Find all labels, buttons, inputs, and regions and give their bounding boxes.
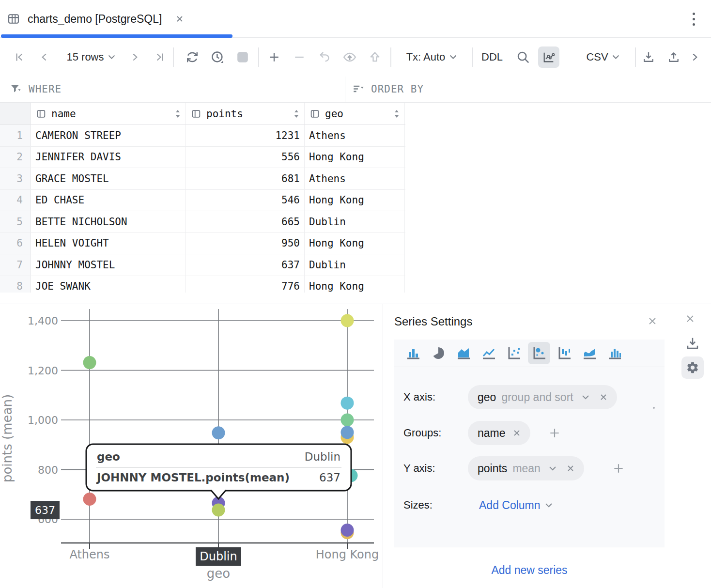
delete-row-button[interactable] (293, 50, 306, 64)
revert-changes-icon[interactable] (318, 50, 331, 64)
cell-name[interactable]: HELEN VOIGHT (31, 233, 186, 254)
page-size-selector[interactable]: 15 rows (66, 51, 115, 63)
column-header-name[interactable]: name (31, 103, 186, 124)
cell-geo[interactable]: Hong Kong (305, 190, 405, 211)
submit-changes-icon[interactable] (368, 50, 382, 64)
scatter-point[interactable] (341, 414, 354, 427)
import-data-icon[interactable] (667, 50, 680, 64)
cell-name[interactable]: GRACE MOSTEL (31, 168, 186, 189)
close-chart-panel-icon[interactable] (684, 312, 696, 325)
table-row[interactable]: 5BETTE NICHOLSON665Dublin (0, 211, 405, 233)
remove-column-icon[interactable] (513, 429, 521, 437)
cell-geo[interactable]: Athens (305, 168, 405, 189)
cell-geo[interactable]: Athens (305, 125, 405, 146)
cell-name[interactable]: BETTE NICHOLSON (31, 211, 186, 232)
search-icon[interactable] (516, 50, 530, 64)
close-series-settings-icon[interactable] (646, 315, 659, 327)
sort-toggle-icon[interactable] (294, 109, 299, 118)
order-by-field[interactable]: ORDER BY (352, 76, 424, 103)
cell-geo[interactable]: Hong Kong (305, 147, 405, 168)
x-axis-column-pill[interactable]: geo group and sort (468, 385, 617, 409)
column-header-points[interactable]: points (186, 103, 305, 124)
cell-name[interactable]: JENNIFER DAVIS (31, 147, 186, 168)
more-toolbar-actions-icon[interactable] (688, 51, 701, 63)
scatter-point[interactable] (341, 426, 354, 439)
next-page-button[interactable] (128, 51, 141, 63)
transaction-mode-selector[interactable]: Tx: Auto (406, 51, 457, 63)
cell-geo[interactable]: Dublin (305, 254, 405, 276)
chart-type-pie-chart[interactable] (431, 346, 446, 360)
cell-name[interactable]: ED CHASE (31, 190, 186, 211)
chart-view-toggle[interactable] (538, 46, 559, 68)
table-row[interactable]: 7JOHNNY MOSTEL637Dublin (0, 254, 405, 276)
chart-type-strip (394, 340, 665, 367)
scatter-point[interactable] (341, 314, 354, 327)
table-row[interactable]: 3GRACE MOSTEL681Athens (0, 168, 405, 190)
cell-name[interactable]: CAMERON STREEP (31, 125, 186, 146)
cell-points[interactable]: 776 (186, 276, 305, 293)
chart-canvas[interactable]: 6008001,0001,2001,400points (mean)637Ath… (0, 305, 383, 588)
groups-column-pill[interactable]: name (468, 421, 530, 445)
scatter-point[interactable] (341, 397, 354, 410)
cell-points[interactable]: 637 (186, 254, 305, 276)
add-new-series-button[interactable]: Add new series (383, 564, 676, 577)
more-options-icon[interactable] (690, 9, 697, 29)
where-filter-field[interactable]: WHERE (10, 76, 62, 103)
chart-type-line-chart[interactable] (481, 346, 496, 360)
ddl-button[interactable]: DDL (481, 51, 503, 63)
chevron-down-icon[interactable] (582, 395, 589, 400)
cell-points[interactable]: 950 (186, 233, 305, 254)
scatter-point[interactable] (83, 356, 96, 369)
export-data-icon[interactable] (642, 50, 655, 64)
scatter-point[interactable] (212, 426, 225, 439)
cell-geo[interactable]: Hong Kong (305, 233, 405, 254)
add-row-button[interactable] (267, 50, 281, 64)
add-y-axis-column-icon[interactable] (611, 461, 626, 476)
table-row[interactable]: 8JOE SWANK776Hong Kong (0, 276, 405, 293)
table-row[interactable]: 4ED CHASE546Hong Kong (0, 190, 405, 212)
cell-name[interactable]: JOHNNY MOSTEL (31, 254, 186, 276)
last-page-button[interactable] (154, 51, 166, 63)
export-format-selector[interactable]: CSV (586, 51, 619, 63)
cell-geo[interactable]: Dublin (305, 211, 405, 232)
sort-toggle-icon[interactable] (394, 109, 400, 118)
table-row[interactable]: 6HELEN VOIGHT950Hong Kong (0, 233, 405, 255)
save-chart-icon[interactable] (685, 336, 700, 353)
tab-charts-demo[interactable]: charts_demo [PostgreSQL] (7, 0, 185, 38)
refresh-icon[interactable] (185, 50, 200, 64)
remove-column-icon[interactable] (600, 393, 607, 401)
chart-type-range-column-chart[interactable] (557, 346, 572, 360)
table-row[interactable]: 1CAMERON STREEP1231Athens (0, 125, 405, 147)
close-icon[interactable] (175, 14, 185, 24)
previous-page-button[interactable] (38, 51, 51, 63)
table-row[interactable]: 2JENNIFER DAVIS556Hong Kong (0, 147, 405, 169)
sizes-add-column-button[interactable]: Add Column (479, 499, 553, 512)
first-page-button[interactable] (13, 51, 26, 63)
cell-points[interactable]: 546 (186, 190, 305, 211)
column-header-geo[interactable]: geo (305, 103, 405, 124)
execution-timer-icon[interactable] (210, 50, 225, 64)
chevron-down-icon[interactable] (549, 466, 556, 471)
chart-type-bar-chart[interactable] (406, 346, 420, 360)
chart-settings-button[interactable] (681, 356, 704, 379)
scatter-point[interactable] (341, 524, 354, 537)
stop-button[interactable] (236, 51, 249, 63)
add-group-column-icon[interactable] (547, 426, 562, 440)
scatter-point[interactable] (212, 504, 225, 517)
remove-column-icon[interactable] (567, 464, 574, 472)
chart-type-stream-chart[interactable] (582, 346, 597, 360)
chart-type-area-chart[interactable] (456, 346, 471, 360)
chart-type-scatter-chart[interactable] (507, 346, 521, 360)
cell-geo[interactable]: Hong Kong (305, 276, 405, 293)
cell-points[interactable]: 681 (186, 168, 305, 189)
chart-type-bubble-chart[interactable] (532, 346, 546, 360)
cell-name[interactable]: JOE SWANK (31, 276, 186, 293)
cell-points[interactable]: 1231 (186, 125, 305, 146)
cell-points[interactable]: 665 (186, 211, 305, 232)
chart-type-column-chart[interactable] (607, 346, 622, 360)
sort-toggle-icon[interactable] (175, 109, 181, 118)
preview-changes-icon[interactable] (342, 50, 357, 64)
scatter-point[interactable] (83, 493, 96, 506)
y-axis-column-pill[interactable]: points mean (468, 456, 584, 480)
cell-points[interactable]: 556 (186, 147, 305, 168)
